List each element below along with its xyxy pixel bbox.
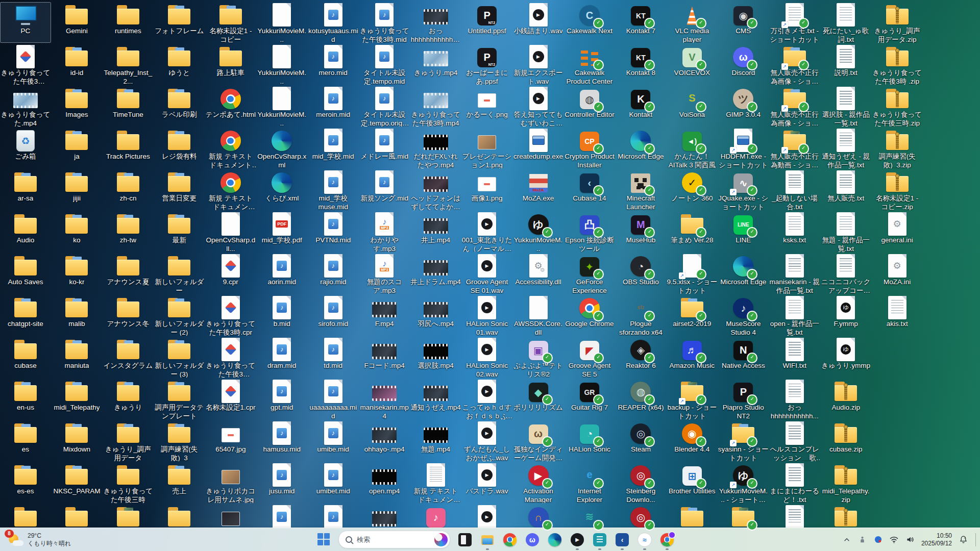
desktop-icon[interactable]: ✓Microsoft Edge	[718, 253, 769, 294]
desktop-icon[interactable]: ゆうと	[154, 44, 205, 85]
desktop-icon[interactable]: ♻ごみ箱	[0, 128, 51, 168]
desktop-icon[interactable]: KT✓Kontakt 8	[615, 44, 666, 85]
taskbar-app-google-chrome[interactable]	[499, 529, 521, 551]
desktop-icon[interactable]: ▶Groove Agent SE 01.wav	[461, 253, 512, 294]
desktop-icon[interactable]: ♪タイトル未設定.tempo.mid	[359, 44, 410, 85]
search-box[interactable]: 検索	[338, 531, 450, 548]
desktop-icon[interactable]: ✓Cakewalk Product Center	[564, 44, 615, 85]
desktop-icon[interactable]: ♪umibet.mid	[308, 462, 359, 503]
desktop-icon[interactable]: Mixdown	[51, 420, 102, 461]
desktop-icon[interactable]: TimeTune	[103, 86, 154, 127]
desktop-icon[interactable]: ω✓Discord	[718, 44, 769, 85]
desktop-icon[interactable]: PC	[0, 2, 51, 43]
desktop-icon[interactable]: C✓Cakewalk Next	[564, 2, 615, 43]
desktop-icon[interactable]: ◄)✓かんたん！ AITalk 3 関西風	[667, 128, 718, 168]
desktop-icon[interactable]: ◍✓REAPER (x64)	[615, 379, 666, 419]
taskbar-app-chrome-profile[interactable]	[656, 529, 678, 551]
desktop-icon[interactable]: ✓airset2-2019	[667, 295, 718, 336]
desktop-icon[interactable]: ⊞✓Brother Utilities	[667, 462, 718, 503]
desktop-icon[interactable]: cubase.zip	[820, 420, 871, 461]
desktop-icon[interactable]: createdump.exe	[513, 128, 564, 168]
desktop-icon[interactable]: ゆ✓↗YukkuriMovieM... - ショートカット	[718, 462, 769, 503]
desktop-icon[interactable]: ニコニコバックアップコード.txt	[820, 253, 871, 294]
desktop-icon[interactable]: CP✓Crypton Product Installer	[564, 128, 615, 168]
desktop-icon[interactable]: _起動しない場合.txt	[769, 169, 820, 210]
desktop-icon[interactable]: e✓Internet Explorer	[564, 462, 615, 503]
desktop-icon[interactable]: ◆✓ポリリリリズム	[513, 379, 564, 419]
desktop-icon[interactable]: 調声用データテンプレート	[154, 379, 205, 419]
desktop-icon[interactable]: 新しいフォルダー (2)	[154, 295, 205, 336]
desktop-icon[interactable]: ▶ずんだもん_しおかぜふ.wav	[461, 420, 512, 461]
taskbar-app-cubase[interactable]: ‹	[611, 529, 633, 551]
desktop-icon[interactable]: PDFmid_学校.pdf	[256, 211, 307, 252]
desktop-icon[interactable]: ✓Google Chrome	[564, 295, 615, 336]
desktop-icon[interactable]: ✓✓ノートン 360	[667, 169, 718, 210]
desktop-icon[interactable]: 通知うぜえ - 親作品一覧.txt	[820, 128, 871, 168]
taskbar-app-file-explorer[interactable]	[476, 529, 499, 551]
desktop-icon[interactable]: ∿✓↗JQuake.exe - ショートカット	[718, 169, 769, 210]
desktop-icon[interactable]: ▶答え知っててもむずいわこれ.wav	[513, 86, 564, 127]
desktop-icon[interactable]: en-us	[0, 379, 51, 419]
desktop-icon[interactable]: きゅうり食ってた午後3時-01.cpr	[0, 44, 51, 85]
desktop-icon[interactable]: MoZAMoZA.exe	[513, 169, 564, 210]
start-button[interactable]	[312, 529, 335, 551]
desktop-icon[interactable]: きゅうり食ってた午後3時.mp4	[410, 86, 461, 127]
desktop-icon[interactable]: きゅうり食ってた午後3時 .zip	[872, 44, 923, 85]
desktop-icon[interactable]: ▶新規エクスポート.wav	[513, 44, 564, 85]
desktop-icon[interactable]: ◉✓Blender 4.4	[667, 420, 718, 461]
desktop-icon[interactable]: ヘルスコンプレッション__歌詞.txt	[769, 420, 820, 461]
desktop-icon[interactable]: ♪✓MuseScore Studio 4	[718, 295, 769, 336]
desktop-icon[interactable]: ◎✓Steam	[615, 420, 666, 461]
desktop-icon[interactable]: ◍✓Controller Editor	[564, 86, 615, 127]
desktop-icon[interactable]: 調声練習(失敗)_3.zip	[872, 128, 923, 168]
desktop-icon[interactable]: 営業日変更	[154, 169, 205, 210]
desktop-icon[interactable]: ♪新規ソング.mid	[359, 169, 410, 210]
desktop-icon[interactable]: ⚙general.ini	[872, 211, 923, 252]
desktop-icon[interactable]: ♪PVTNd.mid	[308, 211, 359, 252]
desktop-icon[interactable]: PNT2Untitled.ppsf	[461, 2, 512, 43]
desktop-icon[interactable]: ω✓孤独なインディーゲーム開発者の一生 ...	[513, 420, 564, 461]
desktop-icon[interactable]: OpenCvSharp.xml	[256, 128, 307, 168]
desktop-icon[interactable]: ♪mero.mid	[308, 44, 359, 85]
desktop-icon[interactable]: ♪sirofo.mid	[308, 295, 359, 336]
desktop-icon[interactable]: Track Pictures	[103, 128, 154, 168]
desktop-icon[interactable]: Audio.zip	[820, 379, 871, 419]
desktop-icon[interactable]: F.mp4	[359, 295, 410, 336]
desktop-icon[interactable]: おっhhhhhhhhhhhh...	[410, 2, 461, 43]
desktop-icon[interactable]: 9.cpr	[205, 253, 256, 294]
wifi-icon[interactable]	[890, 535, 899, 544]
desktop-icon[interactable]: ◔✓HALion Sonic	[564, 420, 615, 461]
desktop-icon[interactable]: ♪umibe.mid	[308, 420, 359, 461]
desktop-icon[interactable]: ✓Minecraft Launcher	[615, 169, 666, 210]
desktop-icon[interactable]: ♪メドレー風.mid	[359, 128, 410, 168]
desktop-icon[interactable]: AWSSDK.Core.dll	[513, 295, 564, 336]
desktop-icon[interactable]: アナウンス冬	[103, 295, 154, 336]
desktop-icon[interactable]: アナウンス夏	[103, 253, 154, 294]
desktop-icon[interactable]: ♪hamusu.mid	[256, 420, 307, 461]
desktop-icon[interactable]: N✓Native Access	[718, 337, 769, 378]
desktop-icon[interactable]: まにまにわーるど！.txt	[769, 462, 820, 503]
show-desktop-divider[interactable]	[975, 533, 976, 546]
tray-app-icon[interactable]	[874, 535, 883, 544]
desktop-icon[interactable]: ▶001_東北きりたん（ノーマル）_今じゃ...	[461, 211, 512, 252]
desktop-icon[interactable]: ♪mid_学校.mid	[308, 128, 359, 168]
desktop-icon[interactable]: 名称未設定1 - コピー.zip	[872, 169, 923, 210]
desktop-icon[interactable]: YukkuriMovieM...	[256, 2, 307, 43]
taskbar-app-audio-app[interactable]: ≈	[633, 529, 656, 551]
desktop-icon[interactable]: YukkuriMovieM...	[256, 86, 307, 127]
desktop-icon[interactable]: WIFI.txt	[769, 337, 820, 378]
desktop-icon[interactable]: 選択肢 - 親作品一覧.txt	[820, 86, 871, 127]
desktop-icon[interactable]: 無人販売.txt	[820, 169, 871, 210]
desktop-icon[interactable]: PNT2おーばーまにあ.ppsf	[461, 44, 512, 85]
tray-clock[interactable]: 10:50 2025/09/12	[921, 532, 952, 547]
desktop-icon[interactable]: 名称未設定1 - コピー	[205, 2, 256, 43]
desktop-icon[interactable]: manisekarin - 親作品一覧.txt	[769, 253, 820, 294]
desktop-icon[interactable]: id-id	[51, 44, 102, 85]
desktop-icon[interactable]: きゅうりポカコレ用サムネ.jpg	[205, 462, 256, 503]
desktop-icon[interactable]: YukkuriMovieM...	[256, 44, 307, 85]
desktop-icon[interactable]: ✓↗9.5.xlsx - ショートカット	[667, 253, 718, 294]
desktop-icon[interactable]: 無題.mp4	[410, 420, 461, 461]
desktop-icon[interactable]: 説明.txt	[820, 44, 871, 85]
desktop-icon[interactable]: きゅうり食ってた午後3時-02.cpr	[205, 337, 256, 378]
desktop-icon[interactable]: V✓VOICEVOX	[667, 44, 718, 85]
